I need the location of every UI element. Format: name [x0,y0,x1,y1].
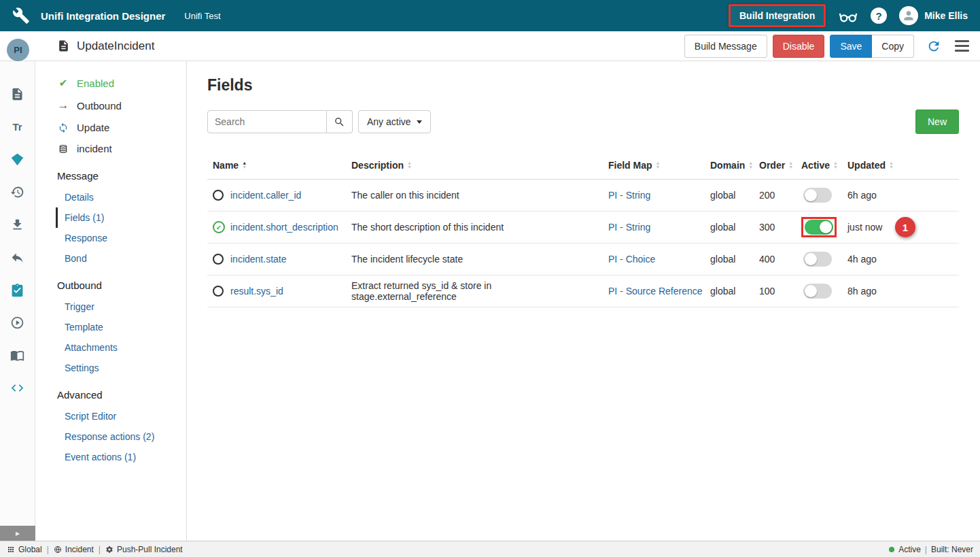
field-name-link[interactable]: incident.short_description [230,222,338,233]
sidebar-item-event-actions[interactable]: Event actions (1) [56,447,186,467]
sidebar-item-details[interactable]: Details [56,187,186,207]
history-icon[interactable] [0,175,35,208]
status-table: incident [35,138,186,159]
field-updated: 8h ago [843,286,959,297]
grid-icon [7,545,15,554]
column-header-name[interactable]: Name [207,160,347,171]
status-enabled: Enabled [35,72,186,94]
scope-selector[interactable]: Global [7,545,42,554]
globe-icon [54,545,62,554]
gear-icon [105,545,113,554]
user-menu[interactable]: Mike Ellis [899,6,968,25]
active-toggle[interactable] [805,220,833,235]
field-order: 300 [755,222,797,233]
disable-button[interactable]: Disable [773,35,825,58]
field-domain: global [706,222,755,233]
active-toggle[interactable] [803,252,832,267]
field-map-link[interactable]: PI - String [608,190,650,201]
search-icon[interactable] [327,110,353,133]
row-status-icon [213,286,224,297]
hamburger-menu-icon[interactable] [953,37,970,54]
annotation-step-badge: 1 [895,217,915,237]
sort-icon [833,161,838,169]
field-domain: global [706,254,755,265]
column-header-domain[interactable]: Domain [706,160,755,171]
row-status-checked-icon [213,221,225,233]
save-button[interactable]: Save [830,35,872,58]
search-input[interactable] [207,110,327,133]
refresh-icon[interactable] [926,39,941,54]
sidebar-item-fields[interactable]: Fields (1) [56,207,186,228]
sort-icon [788,161,793,169]
active-toggle[interactable] [803,188,832,203]
column-header-updated[interactable]: Updated [843,160,959,171]
play-circle-icon[interactable] [0,306,35,339]
field-updated: just now [847,222,882,233]
column-header-active[interactable]: Active [797,160,843,171]
sidebar-item-bond[interactable]: Bond [56,248,186,269]
field-name-link[interactable]: result.sys_id [230,286,283,297]
field-description: The short description of this incident [347,222,604,233]
active-status-icon [889,547,894,552]
sidebar-item-template[interactable]: Template [56,317,186,337]
table-row: incident.caller_id The caller on this in… [207,180,959,212]
field-updated: 4h ago [843,254,959,265]
annotation-highlight-box [801,217,837,237]
toolbar: Any active New [207,109,959,134]
section-title-outbound: Outbound [35,269,186,297]
build-integration-button[interactable]: Build Integration [729,4,826,27]
document-icon[interactable] [0,78,35,110]
sidebar-collapse-button[interactable] [0,526,35,541]
arrow-right-icon [57,99,69,112]
field-map-link[interactable]: PI - String [608,222,650,233]
column-header-order[interactable]: Order [755,160,797,171]
field-map-link[interactable]: PI - Source Reference [608,286,703,297]
table-selector[interactable]: Incident [54,545,94,554]
integration-selector[interactable]: Push-Pull Incident [105,545,183,554]
field-map-link[interactable]: PI - Choice [608,254,655,265]
document-icon [57,39,70,52]
active-filter-dropdown[interactable]: Any active [358,110,431,133]
glasses-icon[interactable] [838,5,858,26]
section-title-advanced: Advanced [35,378,186,406]
field-domain: global [706,286,755,297]
table-row: incident.short_description The short des… [207,212,959,243]
fields-heading: Fields [207,76,959,95]
column-header-description[interactable]: Description [347,160,604,171]
tasks-icon[interactable] [0,273,35,306]
book-icon[interactable] [0,339,35,371]
field-name-link[interactable]: incident.state [230,254,287,265]
app-title: Unifi Integration Designer [41,10,165,22]
help-icon[interactable] [871,7,887,24]
diamond-icon[interactable] [0,143,35,175]
download-icon[interactable] [0,208,35,241]
sidebar-item-response-actions[interactable]: Response actions (2) [56,426,186,447]
sidebar-item-attachments[interactable]: Attachments [56,337,186,358]
table-row: result.sys_id Extract returned sys_id & … [207,275,959,307]
built-status-label: Built: Never [931,545,973,554]
top-navbar: Unifi Integration Designer Unifi Test Bu… [0,0,980,31]
active-toggle[interactable] [803,284,832,299]
row-status-icon [213,254,224,265]
status-action: Update [35,117,186,138]
integration-avatar: PI [7,39,29,61]
column-header-field-map[interactable]: Field Map [604,160,706,171]
code-icon[interactable] [0,371,35,404]
user-name: Mike Ellis [924,10,968,21]
sidebar-item-response[interactable]: Response [56,228,186,248]
reply-icon[interactable] [0,241,35,273]
sidebar-item-trigger[interactable]: Trigger [56,297,186,317]
text-format-icon[interactable] [0,110,35,143]
field-updated: 6h ago [843,190,959,201]
sidebar: Enabled Outbound Update incident Message… [35,61,187,541]
build-message-button[interactable]: Build Message [684,35,767,58]
sidebar-item-settings[interactable]: Settings [56,358,186,378]
field-order: 100 [755,286,797,297]
copy-button[interactable]: Copy [872,35,914,58]
new-button[interactable]: New [915,109,959,134]
status-bar: Global | Incident | Push-Pull Incident A… [0,541,980,557]
sidebar-item-script-editor[interactable]: Script Editor [56,406,186,426]
field-name-link[interactable]: incident.caller_id [230,190,301,201]
field-description: The caller on this incident [347,190,604,201]
sort-icon [889,161,894,169]
